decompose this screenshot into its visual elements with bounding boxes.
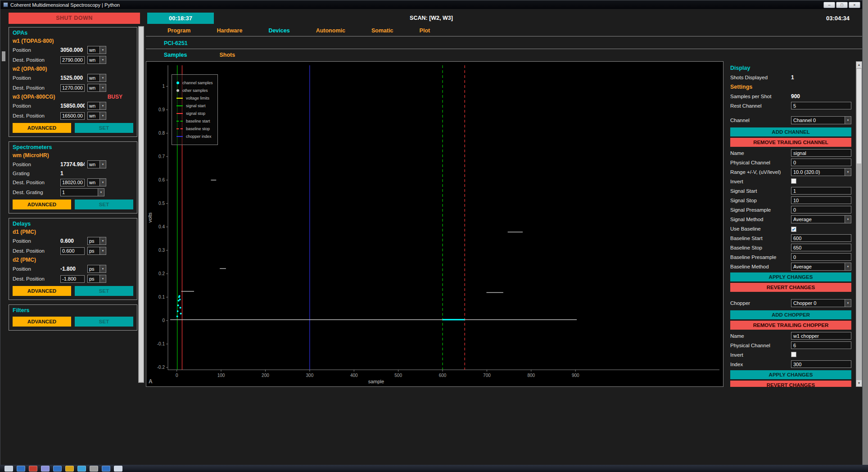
advanced-button[interactable]: ADVANCED xyxy=(13,286,71,296)
hardware-name-d2: d2 (PMC) xyxy=(13,257,133,263)
baseline-start-input[interactable] xyxy=(791,234,851,242)
range-dropdown[interactable]: 10.0 (320.0) ▼ xyxy=(791,168,851,176)
add-channel-button[interactable]: ADD CHANNEL xyxy=(730,127,851,136)
dest-position-input[interactable] xyxy=(60,84,85,92)
tab-somatic[interactable]: Somatic xyxy=(371,27,393,34)
dest-grating-dropdown[interactable]: 1 ▼ xyxy=(60,188,104,196)
tab-plot[interactable]: Plot xyxy=(420,27,430,34)
plot-canvas[interactable]: -0.2-0.100.10.20.30.40.50.60.70.80.91010… xyxy=(146,62,723,386)
minimize-button[interactable]: – xyxy=(823,2,835,8)
tab-samples[interactable]: Samples xyxy=(164,52,187,58)
taskbar-icon[interactable] xyxy=(65,466,74,472)
dest-position-input[interactable] xyxy=(60,179,85,186)
units-dropdown[interactable]: ps ▼ xyxy=(87,265,106,273)
chopper-revert-changes-button[interactable]: REVERT CHANGES xyxy=(730,381,851,387)
baseline-method-value: Average xyxy=(791,263,845,270)
units-dropdown[interactable]: wn ▼ xyxy=(87,102,106,110)
taskbar-icon[interactable] xyxy=(102,466,110,472)
physical-channel-input[interactable] xyxy=(791,159,851,166)
units-dropdown[interactable]: ps ▼ xyxy=(87,247,106,255)
set-button[interactable]: SET xyxy=(75,286,133,296)
tab-hardware[interactable]: Hardware xyxy=(217,27,242,34)
chopper-dropdown[interactable]: Chopper 0 ▼ xyxy=(791,299,851,307)
set-button[interactable]: SET xyxy=(75,200,133,209)
chopper-physical-channel-input[interactable] xyxy=(791,341,851,349)
units-dropdown[interactable]: wn ▼ xyxy=(87,56,106,64)
left-edge-scrollbar[interactable] xyxy=(0,26,7,383)
tab-devices[interactable]: Devices xyxy=(268,27,289,34)
dest-position-input[interactable] xyxy=(60,112,85,120)
set-button[interactable]: SET xyxy=(75,123,133,133)
window-titlebar[interactable]: Coherent Multidimensional Spectroscopy |… xyxy=(0,0,862,9)
units-dropdown[interactable]: wn ▼ xyxy=(87,160,106,168)
scroll-thumb[interactable] xyxy=(139,27,143,382)
tab-shots[interactable]: Shots xyxy=(219,52,235,58)
units-dropdown[interactable]: wn ▼ xyxy=(87,178,106,186)
revert-changes-button[interactable]: REVERT CHANGES xyxy=(730,283,851,292)
chopper-invert-checkbox[interactable] xyxy=(791,352,796,357)
signal-method-dropdown[interactable]: Average ▼ xyxy=(791,215,851,223)
taskbar-icon[interactable] xyxy=(41,466,50,472)
units-dropdown[interactable]: ps ▼ xyxy=(87,275,106,283)
advanced-button[interactable]: ADVANCED xyxy=(13,123,71,133)
units-value: wn xyxy=(88,161,99,168)
hardware-panel-scrollbar[interactable] xyxy=(138,26,144,383)
chopper-name-input[interactable] xyxy=(791,332,851,340)
units-dropdown[interactable]: wn ▼ xyxy=(87,112,106,120)
use-baseline-checkbox[interactable]: ✔ xyxy=(791,227,796,232)
taskbar-icon[interactable] xyxy=(114,466,122,472)
baseline-stop-input[interactable] xyxy=(791,244,851,251)
device-name: PCI-6251 xyxy=(164,40,188,46)
scroll-down-icon[interactable]: ▼ xyxy=(856,380,862,386)
advanced-button[interactable]: ADVANCED xyxy=(13,200,71,209)
taskbar-icon[interactable] xyxy=(53,466,62,472)
signal-method-label: Signal Method xyxy=(730,217,791,222)
chopper-apply-changes-button[interactable]: APPLY CHANGES xyxy=(730,370,851,379)
taskbar-icon[interactable] xyxy=(29,466,37,472)
remove-trailing-channel-button[interactable]: REMOVE TRAILING CHANNEL xyxy=(730,138,851,147)
taskbar-icon[interactable] xyxy=(77,466,86,472)
baseline-method-dropdown[interactable]: Average ▼ xyxy=(791,263,851,271)
dest-position-input[interactable] xyxy=(60,247,85,255)
chopper-index-input[interactable] xyxy=(791,360,851,368)
taskbar-icon[interactable] xyxy=(5,466,13,472)
units-dropdown[interactable]: ps ▼ xyxy=(87,237,106,245)
taskbar-icon[interactable] xyxy=(17,466,25,472)
position-row: Position 3050.000 wn ▼ xyxy=(13,46,133,54)
close-button[interactable]: × xyxy=(849,2,860,8)
units-dropdown[interactable]: wn ▼ xyxy=(87,74,106,82)
tab-program[interactable]: Program xyxy=(167,27,190,34)
add-chopper-button[interactable]: ADD CHOPPER xyxy=(730,310,851,319)
dest-position-input[interactable] xyxy=(60,275,85,283)
legend-item: channel samples xyxy=(176,81,213,85)
remove-trailing-chopper-button[interactable]: REMOVE TRAILING CHOPPER xyxy=(730,321,851,330)
dest-position-input[interactable] xyxy=(60,56,85,64)
invert-checkbox[interactable] xyxy=(791,178,796,184)
rest-channel-input[interactable] xyxy=(791,102,851,109)
channel-dropdown[interactable]: Channel 0 ▼ xyxy=(791,116,851,124)
maximize-button[interactable]: □ xyxy=(836,2,848,8)
shutdown-button[interactable]: SHUT DOWN xyxy=(9,13,140,24)
channel-name-input[interactable] xyxy=(791,149,851,157)
dest-position-row: Dest. Position wn ▼ xyxy=(13,84,133,92)
samples-plot[interactable]: -0.2-0.100.10.20.30.40.50.60.70.80.91010… xyxy=(146,61,723,387)
units-dropdown[interactable]: wn ▼ xyxy=(87,84,106,92)
apply-changes-button[interactable]: APPLY CHANGES xyxy=(730,272,851,281)
set-button[interactable]: SET xyxy=(75,317,133,327)
signal-start-input[interactable] xyxy=(791,187,851,195)
chevron-down-icon: ▼ xyxy=(99,247,106,254)
units-dropdown[interactable]: wn ▼ xyxy=(87,46,106,54)
advanced-button[interactable]: ADVANCED xyxy=(13,317,71,327)
signal-presample-input[interactable] xyxy=(791,206,851,213)
autoscale-button[interactable]: A xyxy=(149,378,153,385)
tab-autonomic[interactable]: Autonomic xyxy=(316,27,345,34)
scroll-thumb[interactable] xyxy=(857,69,861,163)
signal-stop-input[interactable] xyxy=(791,196,851,204)
taskbar[interactable] xyxy=(0,465,868,472)
baseline-presample-input[interactable] xyxy=(791,253,851,261)
left-edge-scroll-thumb[interactable] xyxy=(2,51,5,61)
taskbar-icon[interactable] xyxy=(90,466,98,472)
settings-scrollbar[interactable]: ▲ ▼ xyxy=(856,61,862,387)
scroll-up-icon[interactable]: ▲ xyxy=(856,62,862,68)
baseline-method-label: Baseline Method xyxy=(730,264,791,269)
